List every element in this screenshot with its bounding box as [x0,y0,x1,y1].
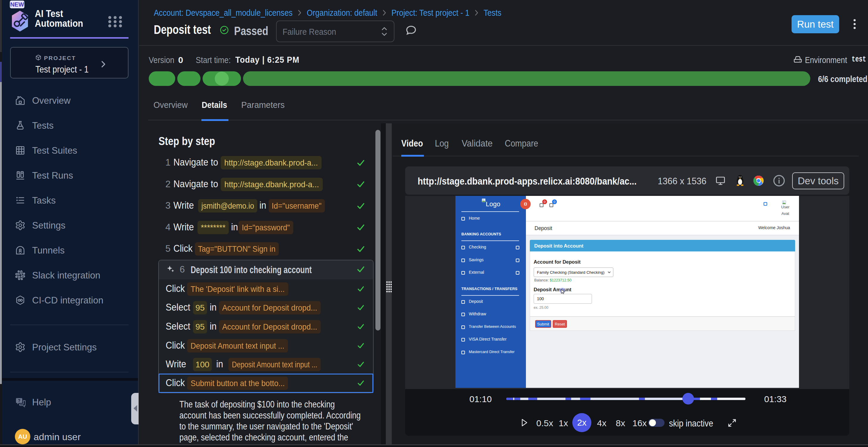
svg-text:?: ? [18,398,21,403]
